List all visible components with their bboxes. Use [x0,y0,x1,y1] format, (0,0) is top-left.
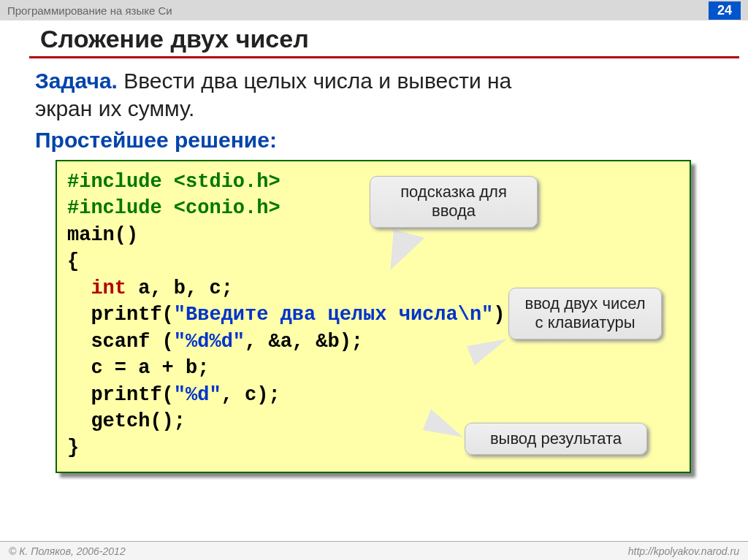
code-printf1-str: "Введите два целых числа\n" [174,304,493,326]
code-printf2a: printf( [67,384,174,406]
slide-title: Сложение двух чисел [0,20,748,56]
task-line1: Ввести два целых числа и вывести на [118,69,511,93]
code-scanf-str: "%d%d" [174,331,245,353]
content: Задача. Ввести два целых числа и вывести… [0,58,748,473]
footer-url: http://kpolyakov.narod.ru [628,545,739,557]
task-line2: экран их сумму. [35,96,194,120]
code-printf1a: printf( [67,304,174,326]
footer: © К. Поляков, 2006-2012 http://kpolyakov… [0,541,748,560]
code-brace-close: } [67,437,79,459]
code-container: #include <stdio.h> #include <conio.h> ma… [56,160,691,473]
task-text: Задача. Ввести два целых числа и вывести… [35,67,719,122]
code-scanf-b: , &a, &b); [245,331,363,353]
solution-label: Простейшее решение: [35,128,719,153]
code-include1: #include <stdio.h> [67,171,280,193]
header-bar: Программирование на языке Си 24 [0,0,748,20]
copyright: © К. Поляков, 2006-2012 [9,545,126,557]
code-include2: #include <conio.h> [67,197,280,219]
code-main: main() [67,224,138,246]
page-number: 24 [709,1,741,20]
callout-hint: подсказка для ввода [370,176,538,228]
code-int-kw: int [67,277,126,299]
code-assign: c = a + b; [67,357,209,379]
course-title: Программирование на языке Си [7,4,172,17]
code-printf2-str: "%d" [174,384,221,406]
task-label: Задача. [35,69,118,93]
callout-input: ввод двух чисел с клавиатуры [508,288,662,340]
code-printf2b: , c); [221,384,280,406]
code-scanf-a: scanf ( [67,331,174,353]
code-getch: getch(); [67,410,186,432]
code-int-vars: a, b, c; [126,277,233,299]
code-brace-open: { [67,250,79,272]
callout-output: вывод результата [465,423,647,455]
